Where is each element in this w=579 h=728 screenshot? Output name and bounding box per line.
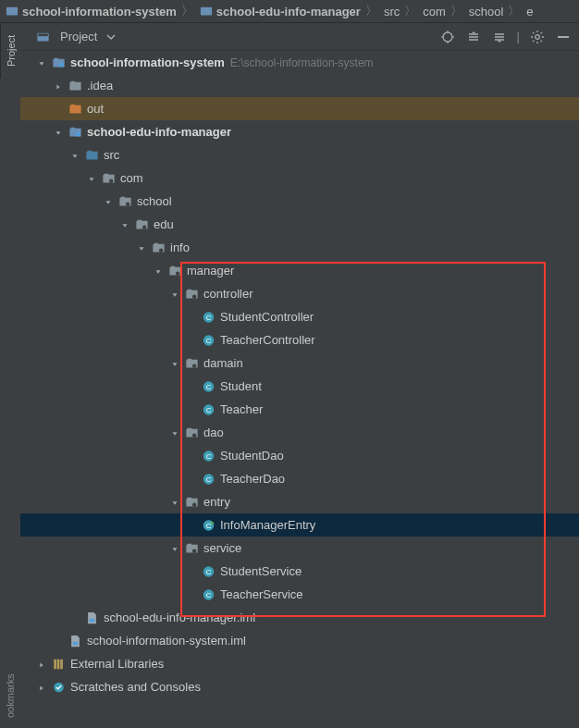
spacer (187, 589, 198, 600)
chevron-down-icon[interactable] (120, 219, 131, 230)
chevron-right-icon: 〉 (450, 3, 462, 19)
class-run-icon: C (201, 518, 216, 533)
tree-row[interactable]: CTeacherController (20, 328, 579, 352)
svg-point-4 (443, 32, 452, 42)
tree-row[interactable]: controller (20, 282, 579, 305)
tree-label: school-information-system.iml (87, 634, 246, 648)
svg-rect-45 (60, 659, 63, 669)
project-icon (35, 30, 50, 44)
tree-row[interactable]: out (20, 97, 579, 120)
gear-icon[interactable] (529, 29, 546, 45)
svg-text:C: C (205, 337, 211, 345)
tree-row[interactable]: school (20, 190, 579, 213)
spacer (187, 450, 198, 462)
folder-orange-icon (68, 102, 82, 117)
chevron-down-icon[interactable] (170, 358, 181, 369)
folder-icon (68, 79, 82, 93)
tree-row[interactable]: External Libraries (20, 652, 579, 675)
tree-row[interactable]: CStudentController (20, 305, 579, 328)
tree-row[interactable]: CStudent (20, 375, 579, 398)
breadcrumbs[interactable]: school-information-system〉school-edu-inf… (0, 0, 579, 23)
tree-label: school-information-system (70, 56, 225, 69)
class-icon: C (201, 564, 216, 579)
collapse-all-icon[interactable] (491, 29, 508, 45)
package-icon (184, 541, 199, 556)
tree-row[interactable]: CTeacherService (20, 583, 579, 606)
chevron-down-icon[interactable] (170, 289, 181, 300)
breadcrumb-item[interactable]: 〉school (448, 3, 504, 19)
tree-row[interactable]: entry (20, 490, 579, 513)
chevron-down-icon[interactable] (54, 127, 65, 138)
chevron-down-icon[interactable] (137, 242, 148, 253)
tree-label: manager (187, 264, 234, 278)
chevron-right-icon: 〉 (508, 3, 520, 19)
svg-text:C: C (205, 568, 211, 576)
tree-row[interactable]: Scratches and Consoles (20, 675, 579, 698)
chevron-right-icon[interactable] (37, 682, 48, 693)
tree-label: TeacherController (220, 333, 315, 347)
tree-label: dao (203, 426, 224, 439)
breadcrumb-item[interactable]: 〉school-edu-info-manager (179, 3, 361, 19)
project-tab-vertical[interactable]: Project (0, 23, 20, 79)
tree-label: External Libraries (70, 657, 164, 671)
tree-row[interactable]: school-information-systemE:\school-infor… (20, 51, 579, 74)
svg-rect-12 (76, 132, 80, 136)
chevron-right-icon[interactable] (54, 80, 65, 92)
spacer (187, 566, 198, 577)
package-icon (101, 171, 116, 186)
expand-all-icon[interactable] (465, 29, 482, 45)
chevron-down-icon[interactable] (104, 196, 115, 207)
tree-row[interactable]: school-edu-info-manager (20, 120, 579, 143)
svg-point-16 (158, 248, 162, 252)
package-icon (134, 217, 149, 232)
tree-label: school-edu-info-manager (87, 125, 231, 139)
svg-text:C: C (205, 591, 211, 599)
tree-label: StudentController (220, 310, 314, 324)
chevron-down-icon[interactable] (87, 173, 98, 184)
tree-row[interactable]: src (20, 143, 579, 167)
breadcrumb-item[interactable]: school-information-system (6, 5, 177, 19)
tree-row[interactable]: dao (20, 421, 579, 444)
package-icon (184, 426, 199, 440)
breadcrumb-item[interactable]: 〉com (401, 3, 446, 19)
tree-row[interactable]: manager (20, 259, 579, 282)
tree-row[interactable]: CTeacher (20, 398, 579, 421)
chevron-down-icon[interactable] (170, 543, 181, 554)
tree-row[interactable]: CInfoManagerEntry (20, 513, 579, 537)
chevron-right-icon: 〉 (404, 3, 416, 19)
tree-row[interactable]: school-edu-info-manager.iml (20, 606, 579, 629)
chevron-down-icon[interactable] (170, 427, 181, 438)
tree-label: src (104, 148, 119, 162)
svg-text:C: C (205, 406, 211, 414)
package-icon (184, 287, 199, 302)
tree-row[interactable]: damain (20, 352, 579, 375)
tree-row[interactable]: CStudentService (20, 560, 579, 583)
chevron-down-icon[interactable] (37, 57, 48, 68)
tree-row[interactable]: info (20, 236, 579, 259)
svg-rect-0 (6, 7, 18, 16)
tree-row[interactable]: CStudentDao (20, 444, 579, 467)
folder-src-icon (84, 148, 99, 163)
tree-row[interactable]: edu (20, 213, 579, 236)
breadcrumb-item[interactable]: 〉e (505, 3, 533, 19)
chevron-down-icon[interactable] (103, 29, 119, 45)
breadcrumb-item[interactable]: 〉src (363, 3, 400, 19)
chevron-down-icon[interactable] (70, 150, 81, 161)
hide-icon[interactable] (555, 29, 572, 45)
chevron-down-icon[interactable] (170, 497, 181, 508)
svg-point-17 (175, 271, 179, 275)
svg-rect-44 (56, 659, 59, 669)
tree-row[interactable]: .idea (20, 74, 579, 97)
tree-row[interactable]: school-information-system.iml (20, 629, 579, 652)
spacer (187, 404, 198, 415)
tree-row[interactable]: com (20, 167, 579, 190)
project-tree[interactable]: school-information-systemE:\school-infor… (20, 51, 579, 728)
chevron-right-icon: 〉 (181, 3, 193, 19)
tree-row[interactable]: service (20, 537, 579, 560)
tree-row[interactable]: CTeacherDao (20, 467, 579, 490)
chevron-right-icon[interactable] (37, 659, 48, 670)
locate-icon[interactable] (439, 29, 456, 45)
bookmarks-tab-vertical[interactable]: ookmarks (0, 668, 20, 723)
package-icon (184, 495, 199, 510)
chevron-down-icon[interactable] (154, 265, 165, 277)
